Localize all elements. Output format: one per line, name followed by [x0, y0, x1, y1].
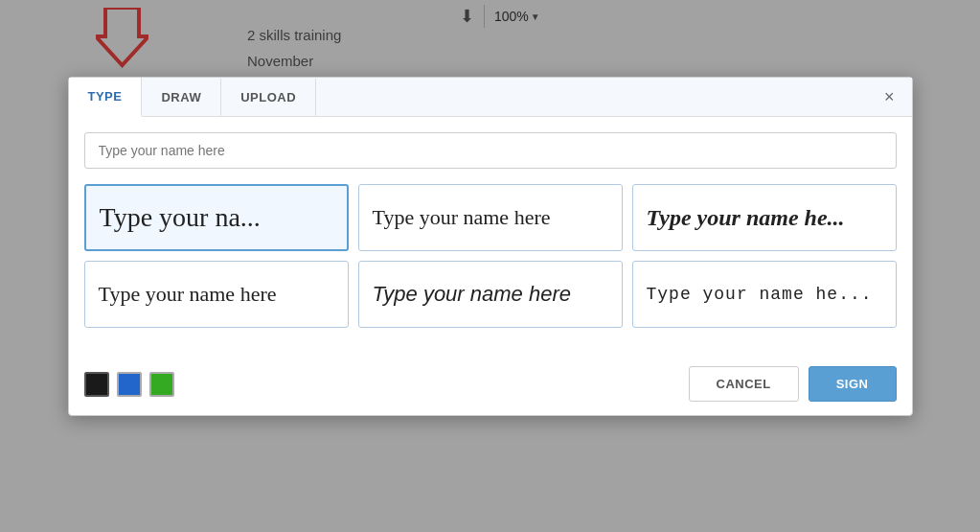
font-option-3-text: Type your name he...: [647, 205, 882, 231]
tab-upload[interactable]: UPLOAD: [221, 79, 316, 116]
tab-type[interactable]: TYPE: [69, 78, 143, 117]
font-option-6-text: Type your name he...: [647, 285, 882, 304]
font-option-3[interactable]: Type your name he...: [632, 184, 897, 251]
sign-button[interactable]: SIGN: [809, 366, 897, 402]
cancel-button[interactable]: CANCEL: [689, 366, 799, 402]
font-option-5-text: Type your name here: [373, 282, 608, 307]
dialog-body: Type your na... Type your name here Type…: [69, 117, 912, 359]
color-swatch-blue[interactable]: [117, 372, 142, 397]
tab-draw[interactable]: DRAW: [142, 79, 221, 116]
font-option-2-text: Type your name here: [373, 205, 608, 230]
color-swatches: [84, 372, 174, 397]
color-swatch-black[interactable]: [84, 372, 109, 397]
action-buttons: CANCEL SIGN: [689, 366, 897, 402]
font-option-1-text: Type your na...: [100, 202, 333, 233]
dialog-footer: CANCEL SIGN: [69, 359, 912, 415]
font-option-2[interactable]: Type your name here: [358, 184, 623, 251]
font-option-6[interactable]: Type your name he...: [632, 261, 897, 328]
modal-overlay: TYPE DRAW UPLOAD × Type your na... Type …: [0, 0, 980, 532]
color-swatch-green[interactable]: [149, 372, 174, 397]
font-option-4[interactable]: Type your name here: [84, 261, 349, 328]
font-option-1[interactable]: Type your na...: [84, 184, 349, 251]
name-input[interactable]: [84, 132, 897, 169]
dialog-header: TYPE DRAW UPLOAD ×: [69, 78, 912, 117]
close-button[interactable]: ×: [878, 84, 900, 109]
font-option-5[interactable]: Type your name here: [358, 261, 623, 328]
font-options-grid: Type your na... Type your name here Type…: [84, 184, 897, 328]
font-option-4-text: Type your name here: [99, 282, 334, 307]
signature-dialog: TYPE DRAW UPLOAD × Type your na... Type …: [68, 77, 913, 416]
